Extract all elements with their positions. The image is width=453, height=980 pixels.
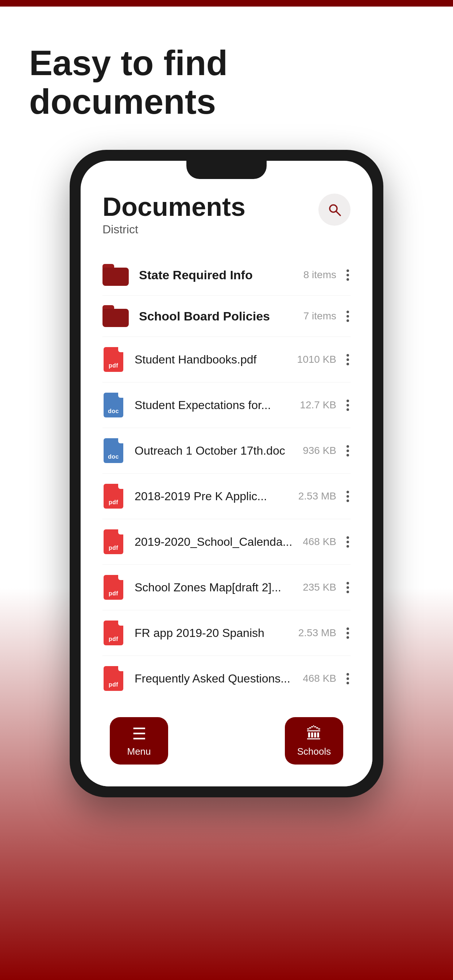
folder-meta: 7 items: [303, 310, 336, 322]
file-item-student-expectations[interactable]: doc Student Expectations for... 12.7 KB: [102, 382, 351, 428]
pdf-icon: pdf: [102, 346, 124, 372]
doc-meta: 468 KB: [303, 535, 351, 549]
file-size: 936 KB: [303, 445, 336, 457]
file-size: 2.53 MB: [298, 490, 336, 502]
more-options-icon[interactable]: [345, 489, 351, 503]
file-item-faq[interactable]: pdf Frequently Asked Questions... 468 KB: [102, 656, 351, 701]
doc-meta: 8 items: [303, 268, 351, 282]
doc-label: doc: [108, 453, 119, 460]
menu-label: Menu: [127, 746, 151, 757]
file-name: School Zones Map[draft 2]...: [135, 581, 298, 594]
pdf-icon: pdf: [102, 483, 124, 509]
file-name: 2019-2020_School_Calenda...: [135, 535, 298, 549]
pdf-icon: pdf: [102, 620, 124, 646]
folder-item-state-required-info[interactable]: State Required Info 8 items: [102, 255, 351, 296]
file-size: 468 KB: [303, 536, 336, 547]
file-item-prek-application[interactable]: pdf 2018-2019 Pre K Applic... 2.53 MB: [102, 474, 351, 519]
folder-icon: [102, 264, 129, 286]
file-name: FR app 2019-20 Spanish: [135, 626, 294, 640]
more-options-icon[interactable]: [345, 309, 351, 323]
pdf-icon: pdf: [102, 529, 124, 555]
documents-title-block: Documents District: [102, 194, 246, 236]
doc-icon: doc: [102, 392, 124, 418]
folder-item-school-board-policies[interactable]: School Board Policies 7 items: [102, 296, 351, 337]
top-bar: [0, 0, 453, 6]
pdf-label: pdf: [109, 590, 118, 597]
doc-meta: 12.7 KB: [300, 398, 351, 412]
file-item-student-handbooks[interactable]: pdf Student Handbooks.pdf 1010 KB: [102, 337, 351, 382]
more-options-icon[interactable]: [345, 626, 351, 640]
more-options-icon[interactable]: [345, 535, 351, 549]
documents-subtitle: District: [102, 223, 246, 236]
file-name: Student Handbooks.pdf: [135, 353, 293, 366]
more-options-icon[interactable]: [345, 444, 351, 458]
schools-button[interactable]: 🏛 Schools: [285, 717, 343, 765]
doc-icon: doc: [102, 438, 124, 464]
file-name: 2018-2019 Pre K Applic...: [135, 490, 294, 503]
file-name: Frequently Asked Questions...: [135, 672, 298, 686]
screen-content: Documents District: [81, 161, 372, 708]
pdf-icon: pdf: [102, 665, 124, 692]
documents-title: Documents: [102, 194, 246, 220]
pdf-label: pdf: [109, 681, 118, 688]
doc-list: State Required Info 8 items: [102, 255, 351, 701]
more-options-icon[interactable]: [345, 671, 351, 686]
pdf-icon: pdf: [102, 574, 124, 600]
more-options-icon[interactable]: [345, 581, 351, 595]
pdf-label: pdf: [109, 636, 118, 643]
bottom-nav: ☰ Menu 🏛 Schools: [81, 708, 372, 786]
phone-wrapper: Documents District: [70, 150, 383, 797]
folder-name: State Required Info: [139, 268, 299, 282]
folder-meta: 8 items: [303, 269, 336, 281]
file-size: 468 KB: [303, 673, 336, 684]
pdf-label: pdf: [109, 363, 118, 369]
menu-icon: ☰: [132, 724, 146, 743]
doc-label: doc: [108, 408, 119, 415]
page-headline: Easy to find documents: [0, 22, 453, 150]
doc-meta: 235 KB: [303, 581, 351, 595]
doc-meta: 2.53 MB: [298, 489, 351, 503]
pdf-label: pdf: [109, 545, 118, 551]
file-item-school-zones-map[interactable]: pdf School Zones Map[draft 2]... 235 KB: [102, 565, 351, 610]
doc-meta: 1010 KB: [297, 353, 351, 367]
search-button[interactable]: [318, 194, 351, 226]
file-size: 12.7 KB: [300, 399, 336, 411]
more-options-icon[interactable]: [345, 398, 351, 412]
file-item-fr-app-spanish[interactable]: pdf FR app 2019-20 Spanish 2.53 MB: [102, 610, 351, 656]
menu-button[interactable]: ☰ Menu: [110, 717, 168, 765]
folder-icon: [102, 305, 129, 327]
phone-frame: Documents District: [70, 150, 383, 797]
doc-meta: 7 items: [303, 309, 351, 323]
doc-meta: 468 KB: [303, 671, 351, 686]
file-size: 235 KB: [303, 582, 336, 593]
folder-name: School Board Policies: [139, 309, 299, 323]
search-icon: [327, 202, 342, 217]
more-options-icon[interactable]: [345, 353, 351, 367]
documents-header: Documents District: [102, 194, 351, 236]
file-item-school-calendar[interactable]: pdf 2019-2020_School_Calenda... 468 KB: [102, 519, 351, 565]
schools-icon: 🏛: [306, 725, 322, 743]
file-name: Outreach 1 October 17th.doc: [135, 444, 298, 458]
phone-screen: Documents District: [81, 161, 372, 786]
file-item-outreach[interactable]: doc Outreach 1 October 17th.doc 936 KB: [102, 428, 351, 474]
file-size: 1010 KB: [297, 354, 336, 365]
file-name: Student Expectations for...: [135, 398, 295, 412]
doc-meta: 936 KB: [303, 444, 351, 458]
pdf-label: pdf: [109, 499, 118, 506]
svg-line-1: [336, 212, 340, 215]
schools-label: Schools: [297, 746, 331, 757]
phone-notch: [187, 161, 266, 179]
file-size: 2.53 MB: [298, 627, 336, 639]
more-options-icon[interactable]: [345, 268, 351, 282]
doc-meta: 2.53 MB: [298, 626, 351, 640]
